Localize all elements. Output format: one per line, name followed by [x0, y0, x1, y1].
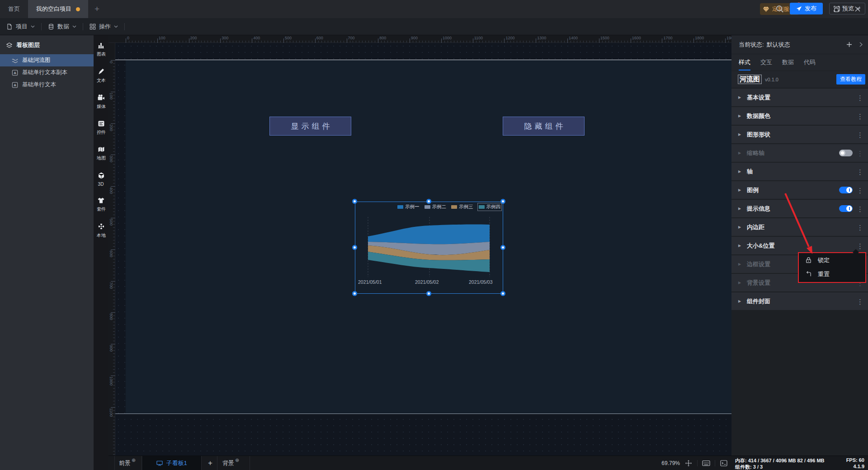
ruler-label: 400	[253, 36, 260, 40]
console-icon[interactable]	[720, 459, 728, 467]
ruler-tick	[189, 38, 189, 43]
legend-label: 示例四	[486, 204, 501, 210]
project-tab[interactable]: 首页	[0, 0, 28, 18]
section-menu-icon[interactable]: ⋮	[857, 169, 863, 174]
section-组件封面[interactable]: ▶组件封面⋮	[731, 292, 868, 310]
menu-operation[interactable]: 操作	[83, 18, 124, 35]
ruler-label: 1000	[443, 36, 452, 40]
shortcut-keyboard-icon[interactable]	[702, 459, 710, 467]
section-toggle[interactable]	[839, 150, 853, 156]
show-component-button[interactable]: 显示组件	[269, 117, 351, 136]
category-本地[interactable]: 本地	[96, 223, 106, 239]
resize-handle[interactable]	[500, 199, 505, 204]
section-menu-icon[interactable]: ⋮	[857, 113, 863, 119]
resize-handle[interactable]	[500, 245, 505, 250]
ruler-tick	[111, 218, 115, 218]
section-toggle[interactable]	[839, 187, 853, 193]
section-基本设置[interactable]: ▶基本设置⋮	[731, 89, 868, 106]
section-轴[interactable]: ▶轴⋮	[731, 163, 868, 180]
resize-handle[interactable]	[500, 291, 505, 296]
category-label: 地图	[96, 155, 105, 161]
ruler-label: 800	[379, 36, 386, 40]
zoom-percentage[interactable]: 69.79%	[661, 460, 680, 466]
resize-handle[interactable]	[352, 199, 357, 204]
ruler-label: 500	[285, 36, 292, 40]
component-name[interactable]: 河流图	[738, 75, 762, 84]
section-数据颜色[interactable]: ▶数据颜色⋮	[731, 107, 868, 125]
section-内边距[interactable]: ▶内边距⋮	[731, 218, 868, 236]
ruler-tick	[725, 38, 726, 43]
add-board-button[interactable]: +	[203, 456, 217, 470]
settings-tab-样式[interactable]: 样式	[739, 54, 750, 70]
legend-item[interactable]: 示例二	[424, 203, 448, 211]
hide-component-button[interactable]: 隐藏组件	[503, 117, 585, 136]
resize-handle[interactable]	[352, 245, 357, 250]
ruler-label: 1400	[569, 36, 578, 40]
ruler-tick	[111, 123, 115, 124]
fit-view-icon[interactable]	[684, 459, 693, 467]
ruler-label: 1100	[474, 36, 483, 40]
settings-panel: 当前状态: 默认状态 样式交互数据代码 河流图 v0.1.0 查看教程 ▶基本设…	[731, 35, 868, 456]
category-文本[interactable]: 文本	[96, 68, 106, 84]
layer-item[interactable]: 基础河流图	[0, 54, 94, 66]
ruler-label: 1700	[663, 36, 672, 40]
section-提示信息[interactable]: ▶提示信息⋮	[731, 200, 868, 217]
publish-button[interactable]: 发布	[790, 3, 823, 14]
resize-handle[interactable]	[426, 199, 431, 204]
resize-handle[interactable]	[426, 291, 431, 296]
search-icon[interactable]	[776, 5, 783, 13]
section-图形形状[interactable]: ▶图形形状⋮	[731, 126, 868, 143]
settings-tab-交互[interactable]: 交互	[760, 54, 772, 70]
x-axis-label: 2021/05/02	[415, 279, 439, 285]
tutorial-button[interactable]: 查看教程	[836, 74, 865, 85]
menu-project[interactable]: 项目	[0, 18, 41, 35]
section-menu-icon[interactable]: ⋮	[857, 132, 863, 137]
settings-tab-代码[interactable]: 代码	[804, 54, 816, 70]
category-图表[interactable]: 图表	[96, 42, 106, 57]
sub-board-tab-label: 子看板1	[166, 459, 187, 467]
menu-data[interactable]: 数据	[42, 18, 83, 35]
section-menu-icon[interactable]: ⋮	[857, 150, 863, 156]
section-toggle[interactable]	[839, 205, 853, 212]
add-state-button[interactable]	[846, 42, 852, 47]
preview-button[interactable]: 预览	[829, 3, 865, 14]
add-foreground-board-icon[interactable]: ⊕	[132, 457, 136, 463]
layer-panel: 看板图层 基础河流图A基础单行文本副本A基础单行文本	[0, 35, 94, 470]
layer-item[interactable]: A基础单行文本副本	[0, 66, 94, 79]
category-媒体[interactable]: 媒体	[96, 94, 106, 110]
section-menu-icon[interactable]: ⋮	[857, 206, 863, 212]
canvas-surface[interactable]: 显示组件 隐藏组件 示例一示例二示例三示例四 2021/05/012021/05…	[115, 43, 731, 456]
legend-item[interactable]: 示例一	[396, 203, 420, 211]
sub-board-tab[interactable]: 子看板1	[142, 456, 201, 470]
category-地图[interactable]: 地图	[96, 146, 106, 161]
section-缩略轴[interactable]: ▶缩略轴⋮	[731, 144, 868, 162]
foreground-tab[interactable]: 前景 ⊕	[119, 456, 136, 470]
section-menu-icon[interactable]: ⋮	[857, 298, 863, 304]
settings-tab-数据[interactable]: 数据	[782, 54, 794, 70]
section-图例[interactable]: ▶图例⋮	[731, 181, 868, 199]
category-控件[interactable]: 控件	[96, 120, 106, 136]
legend-item[interactable]: 示例四	[477, 203, 502, 211]
context-menu-重置[interactable]: 重置	[799, 267, 865, 281]
section-menu-icon[interactable]: ⋮	[857, 224, 863, 230]
layer-panel-title: 看板图层	[16, 41, 40, 49]
section-label: 图形形状	[747, 131, 770, 139]
category-3D[interactable]: 3D	[98, 172, 105, 187]
background-tab[interactable]: 背景 ⊕	[222, 456, 239, 470]
expand-states-button[interactable]	[859, 42, 863, 47]
section-label: 提示信息	[747, 205, 770, 213]
legend-item[interactable]: 示例三	[450, 203, 474, 211]
section-menu-icon[interactable]: ⋮	[857, 243, 863, 249]
project-tab[interactable]: 我的空白项目	[28, 0, 88, 18]
section-menu-icon[interactable]: ⋮	[857, 187, 863, 193]
design-canvas[interactable]: 显示组件 隐藏组件 示例一示例二示例三示例四 2021/05/012021/05…	[108, 35, 731, 456]
river-chart-component[interactable]: 示例一示例二示例三示例四 2021/05/012021/05/022021/05…	[355, 202, 503, 294]
resize-handle[interactable]	[352, 291, 357, 296]
layer-item[interactable]: A基础单行文本	[0, 79, 94, 91]
category-套件[interactable]: 套件	[96, 197, 106, 212]
category-label: 套件	[96, 206, 105, 212]
new-tab-button[interactable]: +	[88, 0, 106, 18]
add-background-board-icon[interactable]: ⊕	[235, 457, 239, 463]
context-menu-label: 重置	[818, 270, 830, 278]
section-menu-icon[interactable]: ⋮	[857, 94, 863, 100]
